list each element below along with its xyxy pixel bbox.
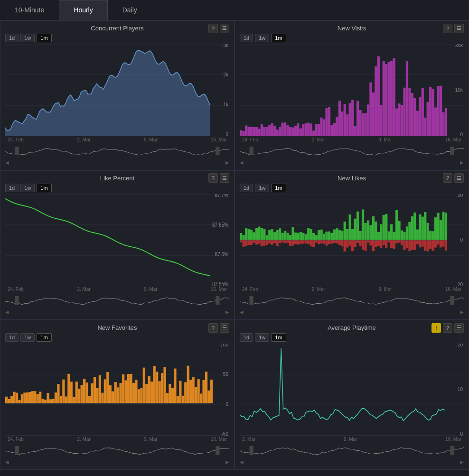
time-btn-1d-concurrent-players[interactable]: 1d <box>5 34 19 42</box>
svg-rect-236 <box>398 240 400 242</box>
svg-rect-293 <box>31 391 34 403</box>
svg-rect-238 <box>401 240 403 245</box>
menu-icon-average-playtime[interactable]: ☰ <box>454 323 464 333</box>
svg-rect-298 <box>44 400 47 403</box>
svg-rect-244 <box>408 240 411 251</box>
chart-area-new-favorites: 100500-50 <box>5 344 229 436</box>
svg-rect-266 <box>437 240 439 244</box>
svg-rect-187 <box>336 228 338 240</box>
svg-rect-150 <box>286 240 289 243</box>
time-btn-1w-concurrent-players[interactable]: 1w <box>20 34 35 42</box>
scroll-left-concurrent-players[interactable]: ◀ <box>5 160 9 167</box>
menu-icon-like-percent[interactable]: ☰ <box>220 173 229 183</box>
time-btn-1d-average-playtime[interactable]: 1d <box>240 333 253 342</box>
svg-rect-174 <box>318 240 320 244</box>
time-btn-1m-new-likes[interactable]: 1m <box>271 184 286 192</box>
time-btn-1w-average-playtime[interactable]: 1w <box>255 333 269 342</box>
svg-rect-234 <box>395 240 398 243</box>
scroll-left-new-visits[interactable]: ◀ <box>240 160 244 167</box>
scroll-left-average-playtime[interactable]: ◀ <box>240 459 244 466</box>
time-btn-1m-new-visits[interactable]: 1m <box>271 34 286 42</box>
svg-text:3k: 3k <box>223 44 228 48</box>
chart-panel-concurrent-players: Concurrent Players?☰1d1w1m3k2k1k024. Feb… <box>0 20 234 170</box>
time-btn-1d-new-visits[interactable]: 1d <box>240 34 253 42</box>
svg-rect-35 <box>294 126 297 136</box>
svg-rect-249 <box>416 229 419 240</box>
menu-icon-new-likes[interactable]: ☰ <box>454 173 464 183</box>
svg-rect-197 <box>349 215 351 240</box>
svg-rect-326 <box>117 388 119 404</box>
time-btn-1m-like-percent[interactable]: 1m <box>37 184 51 192</box>
time-btn-1w-new-visits[interactable]: 1w <box>255 34 269 42</box>
svg-rect-251 <box>419 214 421 240</box>
svg-rect-157 <box>297 233 299 240</box>
scroll-left-new-likes[interactable]: ◀ <box>240 309 244 316</box>
svg-rect-287 <box>16 393 18 403</box>
menu-icon-new-visits[interactable]: ☰ <box>454 24 464 33</box>
svg-rect-218 <box>375 240 377 247</box>
help-icon-concurrent-players[interactable]: ? <box>208 24 218 33</box>
svg-text:1k: 1k <box>223 101 228 107</box>
chart-title-concurrent-players: Concurrent Players <box>91 25 143 32</box>
svg-rect-349 <box>177 396 179 403</box>
svg-rect-142 <box>276 240 279 245</box>
time-btn-1w-like-percent[interactable]: 1w <box>20 184 35 192</box>
time-btn-1d-new-favorites[interactable]: 1d <box>5 333 19 342</box>
time-btn-1w-new-favorites[interactable]: 1w <box>20 333 35 342</box>
svg-rect-347 <box>171 388 174 403</box>
chart-footer-average-playtime: ◀▶ <box>240 444 464 467</box>
svg-rect-26 <box>271 123 273 136</box>
svg-rect-163 <box>305 234 307 240</box>
svg-rect-259 <box>429 231 431 240</box>
menu-icon-new-favorites[interactable]: ☰ <box>220 323 229 333</box>
tab-hourly[interactable]: Hourly <box>59 0 107 20</box>
svg-rect-356 <box>195 387 197 403</box>
svg-rect-225 <box>385 214 387 240</box>
svg-rect-20 <box>255 127 258 136</box>
chart-svg-like-percent: 87.7%87.65%87.6%87.55% <box>5 194 229 286</box>
time-btn-1d-new-likes[interactable]: 1d <box>240 184 253 192</box>
svg-rect-338 <box>148 376 150 404</box>
svg-rect-138 <box>271 240 273 244</box>
scroll-right-new-favorites[interactable]: ▶ <box>225 459 229 466</box>
svg-rect-217 <box>375 221 377 240</box>
scroll-right-concurrent-players[interactable]: ▶ <box>225 160 229 167</box>
tab-10-minute[interactable]: 10-Minute <box>0 0 59 20</box>
help-icon-new-likes[interactable]: ? <box>443 173 452 183</box>
svg-rect-351 <box>182 396 184 403</box>
chart-area-new-likes: 200-20 <box>240 194 464 286</box>
scroll-left-new-favorites[interactable]: ◀ <box>5 459 9 466</box>
svg-rect-341 <box>156 372 158 404</box>
warn-icon-average-playtime[interactable]: ! <box>431 323 441 333</box>
svg-rect-165 <box>307 228 310 240</box>
tab-daily[interactable]: Daily <box>108 0 152 20</box>
time-btn-1m-average-playtime[interactable]: 1m <box>271 333 286 342</box>
time-btn-1m-new-favorites[interactable]: 1m <box>37 333 51 342</box>
scroll-right-new-visits[interactable]: ▶ <box>460 160 464 167</box>
svg-rect-296 <box>39 392 41 403</box>
svg-rect-83 <box>419 97 421 136</box>
scroll-right-like-percent[interactable]: ▶ <box>225 309 229 316</box>
help-icon-new-favorites[interactable]: ? <box>208 323 218 333</box>
time-btn-1m-concurrent-players[interactable]: 1m <box>37 34 51 42</box>
svg-rect-202 <box>354 240 356 247</box>
help-icon-new-visits[interactable]: ? <box>443 24 452 33</box>
scroll-right-new-likes[interactable]: ▶ <box>460 309 464 316</box>
svg-rect-204 <box>356 240 359 243</box>
help-icon-like-percent[interactable]: ? <box>208 173 218 183</box>
svg-rect-246 <box>411 240 413 250</box>
svg-rect-146 <box>281 240 283 242</box>
help-icon-average-playtime[interactable]: ? <box>443 323 452 333</box>
svg-rect-343 <box>161 373 163 404</box>
scroll-right-average-playtime[interactable]: ▶ <box>460 459 464 466</box>
svg-rect-171 <box>315 235 318 240</box>
svg-rect-262 <box>431 240 434 251</box>
svg-rect-148 <box>284 240 286 243</box>
svg-rect-122 <box>250 240 253 244</box>
scroll-left-like-percent[interactable]: ◀ <box>5 309 9 316</box>
time-btn-1w-new-likes[interactable]: 1w <box>255 184 269 192</box>
svg-rect-216 <box>372 240 375 251</box>
svg-rect-245 <box>411 216 413 240</box>
menu-icon-concurrent-players[interactable]: ☰ <box>220 24 229 33</box>
time-btn-1d-like-percent[interactable]: 1d <box>5 184 19 192</box>
